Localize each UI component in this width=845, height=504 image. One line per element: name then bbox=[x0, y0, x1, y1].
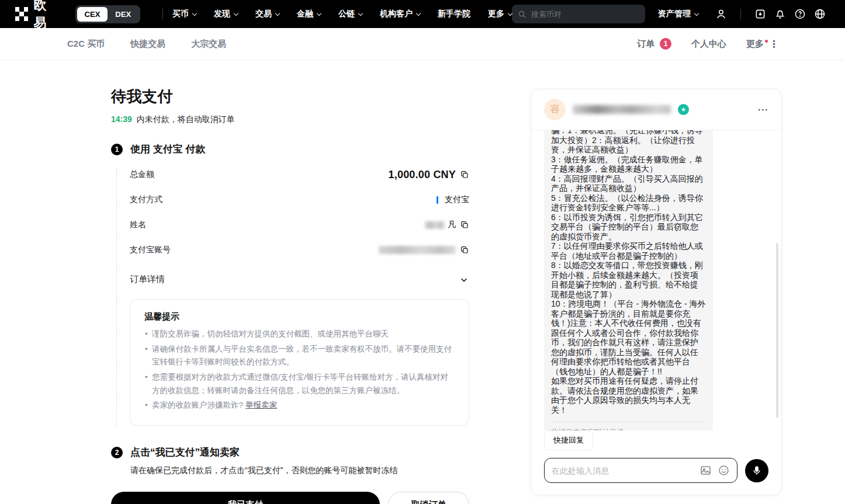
tip-item-report: 卖家的收款账户涉嫌欺诈?举报卖家 bbox=[144, 399, 455, 412]
profile-center-link[interactable]: 个人中心 bbox=[691, 39, 726, 50]
chat-header: 容 ★ ⋯ bbox=[531, 89, 781, 130]
chevron-down-icon bbox=[694, 11, 699, 15]
download-app-icon[interactable] bbox=[750, 4, 770, 24]
copy-icon[interactable] bbox=[460, 170, 469, 179]
step2-title: 点击“我已支付”通知卖家 bbox=[130, 446, 240, 459]
menu-more[interactable]: 更多 bbox=[488, 9, 512, 19]
nav-divider bbox=[740, 9, 741, 19]
method-row: 支付方式 支付宝 bbox=[130, 193, 469, 206]
top-menu: 买币 发现 交易 金融 公链 机构客户 新手学院 更多 bbox=[172, 9, 512, 19]
order-detail-toggle[interactable]: 订单详情 bbox=[130, 274, 469, 285]
orders-link[interactable]: 订单 1 bbox=[637, 38, 671, 50]
chat-panel: 容 ★ ⋯ 骗：1：兼职返佣。（先让你赚小钱，诱导加大投资）2：高额返利。（让你… bbox=[531, 89, 782, 495]
chat-message-input[interactable] bbox=[552, 466, 694, 475]
amount-label: 总金额 bbox=[130, 169, 154, 180]
alipay-account-row: 支付宝账号 bbox=[130, 244, 469, 256]
chevron-down-icon bbox=[317, 11, 321, 15]
step1-title: 使用 支付宝 付款 bbox=[130, 142, 205, 156]
quick-reply-button[interactable]: 快捷回复 bbox=[544, 430, 593, 450]
chevron-down-icon bbox=[275, 11, 280, 15]
okx-brand[interactable]: 欧易 bbox=[15, 0, 59, 32]
menu-trade[interactable]: 交易 bbox=[255, 9, 279, 19]
step1-header: 1 使用 支付宝 付款 bbox=[111, 142, 469, 156]
assets-menu[interactable]: 资产管理 bbox=[658, 9, 698, 19]
topnav-right: 资产管理 bbox=[512, 4, 830, 24]
dex-toggle[interactable]: DEX bbox=[108, 7, 138, 22]
alipay-account-label: 支付宝账号 bbox=[130, 245, 171, 255]
report-seller-link[interactable]: 举报卖家 bbox=[245, 401, 277, 409]
menu-academy[interactable]: 新手学院 bbox=[438, 9, 470, 19]
step2-header: 2 点击“我已支付”通知卖家 bbox=[111, 446, 469, 459]
countdown-timer: 14:39 bbox=[111, 114, 132, 124]
voice-message-button[interactable] bbox=[745, 459, 768, 482]
tips-box: 温馨提示 谨防交易诈骗，切勿轻信对方提供的支付截图、或使用其他平台聊天 请确保付… bbox=[130, 299, 469, 426]
search-icon bbox=[518, 10, 527, 19]
tab-block-trade[interactable]: 大宗交易 bbox=[191, 39, 226, 50]
payee-name-label: 姓名 bbox=[130, 220, 146, 230]
page-content: 待我支付 14:39 内未付款，将自动取消订单 1 使用 支付宝 付款 总金额 … bbox=[0, 60, 845, 504]
merchant-message-bubble: 骗：1：兼职返佣。（先让你赚小钱，诱导加大投资）2：高额返利。（让你进行投资，并… bbox=[544, 130, 713, 430]
tip-item: 请确保付款卡所属人与平台实名信息一致，若不一致卖家有权不放币。请不要使用支付宝转… bbox=[144, 343, 455, 369]
nav-divider bbox=[162, 9, 163, 19]
copy-icon[interactable] bbox=[460, 245, 469, 255]
menu-finance[interactable]: 金融 bbox=[297, 9, 321, 19]
chevron-down-icon bbox=[234, 11, 238, 15]
message-divider bbox=[551, 422, 706, 422]
chevron-down-icon bbox=[192, 11, 197, 15]
menu-discover[interactable]: 发现 bbox=[214, 9, 238, 19]
tab-express-trade[interactable]: 快捷交易 bbox=[130, 39, 165, 50]
amount-value: 1,000.00 CNY bbox=[389, 169, 456, 181]
tips-title: 温馨提示 bbox=[144, 311, 455, 322]
menu-buy-crypto[interactable]: 买币 bbox=[172, 9, 196, 19]
emoji-icon[interactable] bbox=[718, 464, 730, 477]
chat-column: 容 ★ ⋯ 骗：1：兼职返佣。（先让你赚小钱，诱导加大投资）2：高额返利。（让你… bbox=[531, 60, 782, 504]
menu-chain[interactable]: 公链 bbox=[338, 9, 362, 19]
chat-input-box[interactable] bbox=[544, 458, 737, 483]
chevron-down-icon bbox=[459, 274, 469, 285]
subnav-more[interactable]: 更多 ⋮ bbox=[746, 39, 779, 50]
tip-item: 您需要根据对方的收款方式通过微信/支付宝/银行卡等平台转账给对方，请认真核对对方… bbox=[144, 371, 455, 397]
step1-body: 总金额 1,000.00 CNY 支付方式 支付宝 姓名 bbox=[116, 168, 469, 426]
subnav-right: 订单 1 个人中心 更多 ⋮ bbox=[637, 38, 779, 50]
vertical-ellipsis-icon: ⋮ bbox=[769, 39, 779, 49]
merchant-message-text: 骗：1：兼职返佣。（先让你赚小钱，诱导加大投资）2：高额返利。（让你进行投资，并… bbox=[551, 130, 706, 415]
notification-dot bbox=[765, 40, 768, 43]
tab-c2c-buy[interactable]: C2C 买币 bbox=[67, 39, 105, 50]
chat-footer: 快捷回复 bbox=[531, 430, 781, 495]
search-input[interactable] bbox=[531, 10, 625, 19]
okx-logo-icon bbox=[15, 7, 28, 21]
user-profile-icon[interactable] bbox=[711, 4, 731, 24]
paid-button[interactable]: 我已支付 bbox=[111, 492, 380, 504]
chat-input-row bbox=[544, 458, 768, 483]
help-icon[interactable] bbox=[790, 4, 810, 24]
step2-description: 请在确保已完成付款后，才点击“我已支付”，否则您的账号可能被暂时冻结 bbox=[130, 465, 469, 476]
subnav-tabs: C2C 买币 快捷交易 大宗交易 bbox=[67, 39, 226, 50]
method-label: 支付方式 bbox=[130, 194, 162, 205]
menu-institutional[interactable]: 机构客户 bbox=[380, 9, 420, 19]
cex-toggle[interactable]: CEX bbox=[77, 7, 108, 22]
brand-name: 欧易 bbox=[33, 0, 58, 32]
chat-message-area: 骗：1：兼职返佣。（先让你赚小钱，诱导加大投资）2：高额返利。（让你进行投资，并… bbox=[531, 130, 781, 430]
notifications-bell-icon[interactable] bbox=[770, 4, 790, 24]
redacted-name bbox=[425, 221, 445, 229]
search-box[interactable] bbox=[512, 5, 645, 23]
name-visible-char: 凡 bbox=[448, 220, 456, 230]
method-value: 支付宝 bbox=[445, 194, 469, 205]
attach-image-icon[interactable] bbox=[699, 464, 712, 477]
alipay-icon bbox=[437, 196, 438, 204]
copy-icon[interactable] bbox=[460, 220, 469, 230]
tip-item: 谨防交易诈骗，切勿轻信对方提供的支付截图、或使用其他平台聊天 bbox=[144, 328, 455, 341]
countdown-line: 14:39 内未付款，将自动取消订单 bbox=[111, 114, 469, 125]
chat-scrollbar-thumb[interactable] bbox=[776, 243, 778, 418]
tips-list: 谨防交易诈骗，切勿轻信对方提供的支付截图、或使用其他平台聊天 请确保付款卡所属人… bbox=[144, 328, 455, 412]
cancel-order-button[interactable]: 取消订单 bbox=[388, 492, 469, 504]
top-navbar: 欧易 CEX DEX 买币 发现 交易 金融 公链 机构客户 新手学院 更多 资… bbox=[0, 0, 845, 28]
countdown-text: 内未付款，将自动取消订单 bbox=[137, 114, 235, 124]
microphone-icon bbox=[752, 465, 762, 476]
language-globe-icon[interactable] bbox=[810, 4, 830, 24]
chevron-down-icon bbox=[358, 11, 363, 15]
verified-badge-icon: ★ bbox=[678, 104, 689, 115]
amount-row: 总金额 1,000.00 CNY bbox=[130, 168, 469, 181]
redacted-account bbox=[379, 246, 456, 254]
redacted-merchant-name bbox=[573, 105, 671, 114]
